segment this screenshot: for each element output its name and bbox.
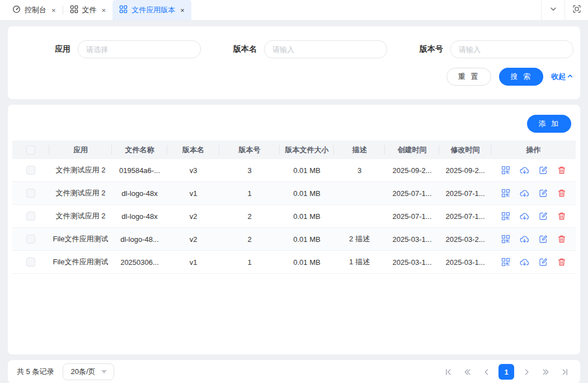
cell-file-name: dl-logo-48x xyxy=(112,205,167,228)
table-row: File文件应用测试 dl-logo-48... v2 2 0.01 MB 2 … xyxy=(12,228,576,251)
qr-code-icon[interactable] xyxy=(501,258,510,267)
select-all-checkbox[interactable] xyxy=(26,146,35,155)
cell-description xyxy=(334,182,385,205)
page: 控制台 × 文件 × 文件应用版本 × xyxy=(0,0,588,383)
tab-files[interactable]: 文件 × xyxy=(63,0,113,20)
cell-actions xyxy=(491,205,576,228)
cell-version-no: 1 xyxy=(219,182,280,205)
edit-icon[interactable] xyxy=(539,258,548,267)
col-file-name: 文件名称 xyxy=(112,141,167,159)
col-created-at: 创建时间 xyxy=(385,141,439,159)
delete-icon[interactable] xyxy=(557,258,566,267)
cell-file-size: 0.01 MB xyxy=(280,182,334,205)
cell-file-name: dl-logo-48... xyxy=(112,228,167,251)
edit-icon[interactable] xyxy=(539,166,548,175)
current-page[interactable]: 1 xyxy=(498,364,514,380)
tab-console[interactable]: 控制台 × xyxy=(6,0,63,20)
qr-code-icon[interactable] xyxy=(501,235,510,244)
row-checkbox[interactable] xyxy=(26,166,35,175)
close-icon[interactable]: × xyxy=(102,6,106,15)
first-page-button[interactable] xyxy=(441,365,455,379)
edit-icon[interactable] xyxy=(539,235,548,244)
collapse-link[interactable]: 收起 xyxy=(551,72,573,82)
row-checkbox[interactable] xyxy=(26,258,35,267)
pagination-bar: 共 5 条记录 20条/页 1 xyxy=(8,360,580,383)
cell-version-no: 3 xyxy=(219,159,280,182)
qr-code-icon[interactable] xyxy=(501,189,510,198)
next-page-button[interactable] xyxy=(520,365,533,379)
close-icon[interactable]: × xyxy=(180,6,185,15)
cloud-download-icon[interactable] xyxy=(520,189,529,198)
cell-file-name: 20250306... xyxy=(112,251,167,274)
tab-bar: 控制台 × 文件 × 文件应用版本 × xyxy=(0,0,588,21)
delete-icon[interactable] xyxy=(557,212,566,221)
row-checkbox-cell xyxy=(12,228,49,251)
collapse-label: 收起 xyxy=(551,72,566,82)
qr-code-icon[interactable] xyxy=(501,166,510,175)
row-checkbox-cell xyxy=(12,182,49,205)
cell-created-at: 2025-07-1... xyxy=(385,182,439,205)
cell-file-size: 0.01 MB xyxy=(280,159,334,182)
cell-version-name: v1 xyxy=(167,251,219,274)
row-checkbox[interactable] xyxy=(26,235,35,244)
version-name-input[interactable] xyxy=(264,40,387,58)
cloud-download-icon[interactable] xyxy=(520,166,529,175)
add-button[interactable]: 添 加 xyxy=(527,115,571,133)
cell-updated-at: 2025-07-1... xyxy=(439,205,491,228)
app-field-label: 应用 xyxy=(55,44,70,54)
row-checkbox[interactable] xyxy=(26,212,35,221)
cloud-download-icon[interactable] xyxy=(520,212,529,221)
tab-menu-button[interactable] xyxy=(541,0,565,20)
fullscreen-button[interactable] xyxy=(565,0,588,20)
close-icon[interactable]: × xyxy=(51,6,56,15)
app-select[interactable] xyxy=(78,40,201,58)
prev-page-button[interactable] xyxy=(479,365,493,379)
search-panel: 应用 版本名 版本号 重 置 搜 索 收起 xyxy=(8,26,580,99)
cell-actions xyxy=(491,251,576,274)
page-size-select[interactable]: 20条/页 xyxy=(63,363,114,380)
form-item-app: 应用 xyxy=(15,40,201,58)
version-name-field-label: 版本名 xyxy=(233,44,257,54)
delete-icon[interactable] xyxy=(557,166,566,175)
table-row: 文件测试应用 2 019584a6-... v3 3 0.01 MB 3 202… xyxy=(12,159,576,182)
edit-icon[interactable] xyxy=(539,212,548,221)
cell-app: 文件测试应用 2 xyxy=(49,182,112,205)
search-buttons-row: 重 置 搜 索 收起 xyxy=(15,68,573,86)
edit-icon[interactable] xyxy=(539,189,548,198)
cell-version-no: 2 xyxy=(219,228,280,251)
version-no-field-label: 版本号 xyxy=(420,44,443,54)
table-row: 文件测试应用 2 dl-logo-48x v2 2 0.01 MB 2025-0… xyxy=(12,205,576,228)
col-version-name: 版本名 xyxy=(167,141,219,159)
cell-created-at: 2025-03-1... xyxy=(385,228,439,251)
pager: 1 xyxy=(441,364,571,380)
table-header: 应用 文件名称 版本名 版本号 版本文件大小 描述 创建时间 修改时间 操作 xyxy=(12,141,576,159)
cell-description xyxy=(334,205,385,228)
back-10-pages-button[interactable] xyxy=(460,365,474,379)
cell-version-no: 1 xyxy=(219,251,280,274)
header-checkbox-cell xyxy=(12,141,49,159)
cell-actions xyxy=(491,228,576,251)
version-no-input[interactable] xyxy=(450,40,573,58)
tab-file-app-version[interactable]: 文件应用版本 × xyxy=(112,0,191,20)
cell-file-size: 0.01 MB xyxy=(280,205,334,228)
delete-icon[interactable] xyxy=(557,235,566,244)
qr-code-icon[interactable] xyxy=(501,212,510,221)
reset-button[interactable]: 重 置 xyxy=(446,68,492,86)
cell-updated-at: 2025-03-2... xyxy=(439,228,491,251)
col-file-size: 版本文件大小 xyxy=(280,141,334,159)
cell-description: 1 描述 xyxy=(334,251,385,274)
cloud-download-icon[interactable] xyxy=(520,258,529,267)
cloud-download-icon[interactable] xyxy=(520,235,529,244)
row-checkbox[interactable] xyxy=(26,189,35,198)
last-page-button[interactable] xyxy=(558,365,571,379)
cell-version-no: 2 xyxy=(219,205,280,228)
search-button[interactable]: 搜 索 xyxy=(499,68,543,86)
delete-icon[interactable] xyxy=(557,189,566,198)
forward-10-pages-button[interactable] xyxy=(539,365,552,379)
fullscreen-icon xyxy=(572,4,581,16)
col-app: 应用 xyxy=(49,141,112,159)
tab-label: 文件应用版本 xyxy=(131,5,175,15)
page-size-value: 20条/页 xyxy=(70,367,95,377)
row-checkbox-cell xyxy=(12,251,49,274)
col-updated-at: 修改时间 xyxy=(439,141,491,159)
